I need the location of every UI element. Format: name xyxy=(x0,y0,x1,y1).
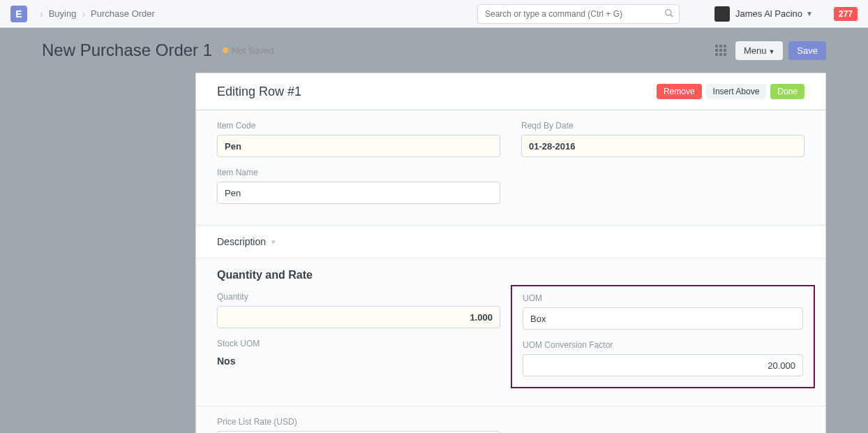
reqd-by-date-label: Reqd By Date xyxy=(521,121,805,131)
caret-down-icon: ▼ xyxy=(768,48,775,55)
search-input[interactable] xyxy=(477,4,680,24)
status-text: Not Saved xyxy=(232,45,274,56)
item-name-label: Item Name xyxy=(217,168,500,177)
grid-icon[interactable] xyxy=(715,45,726,56)
form-card: Editing Row #1 Remove Insert Above Done … xyxy=(195,73,826,433)
search-icon xyxy=(664,8,674,20)
notification-badge[interactable]: 277 xyxy=(834,7,858,21)
app-logo[interactable]: E xyxy=(10,6,27,22)
uom-conversion-input[interactable] xyxy=(523,354,803,376)
breadcrumb-buying[interactable]: Buying xyxy=(49,8,77,19)
uom-conversion-label: UOM Conversion Factor xyxy=(523,340,803,350)
item-code-input[interactable] xyxy=(217,135,500,157)
chevron-right-icon: › xyxy=(40,8,43,20)
main-content: Editing Row #1 Remove Insert Above Done … xyxy=(0,73,868,433)
stock-uom-value: Nos xyxy=(217,353,500,367)
page-head: New Purchase Order 1 Not Saved Menu▼ Sav… xyxy=(0,28,868,73)
uom-label: UOM xyxy=(523,293,803,303)
row-editor-title: Editing Row #1 xyxy=(217,85,301,99)
svg-line-1 xyxy=(671,14,673,17)
description-toggle[interactable]: Description ▾ xyxy=(196,226,825,258)
reqd-by-date-field: Reqd By Date xyxy=(521,121,805,157)
save-button[interactable]: Save xyxy=(788,41,826,60)
uom-highlight-box: UOM UOM Conversion Factor xyxy=(511,285,815,388)
status-dot-icon xyxy=(223,47,228,53)
caret-down-icon: ▼ xyxy=(806,10,813,17)
insert-above-button[interactable]: Insert Above xyxy=(706,84,767,99)
stock-uom-field: Stock UOM Nos xyxy=(217,339,500,367)
sidebar-column xyxy=(42,73,195,433)
price-list-rate-label: Price List Rate (USD) xyxy=(217,417,500,427)
navbar: E › Buying › Purchase Order James Al Pac… xyxy=(0,0,868,28)
uom-conversion-field: UOM Conversion Factor xyxy=(523,340,803,376)
quantity-label: Quantity xyxy=(217,292,500,302)
chevron-down-icon: ▾ xyxy=(271,237,276,247)
user-name: James Al Pacino xyxy=(735,8,802,19)
search-wrap xyxy=(477,4,680,24)
row-editor-header: Editing Row #1 Remove Insert Above Done xyxy=(196,73,825,110)
quantity-rate-heading: Quantity and Rate xyxy=(217,269,805,281)
uom-input[interactable] xyxy=(523,307,803,330)
save-status: Not Saved xyxy=(223,45,274,56)
price-list-rate-field: Price List Rate (USD) xyxy=(217,417,500,433)
reqd-by-date-input[interactable] xyxy=(521,135,805,157)
remove-button[interactable]: Remove xyxy=(657,84,702,99)
item-name-field: Item Name xyxy=(217,168,500,204)
user-menu[interactable]: James Al Pacino ▼ xyxy=(714,6,813,22)
stock-uom-label: Stock UOM xyxy=(217,339,500,348)
quantity-input[interactable] xyxy=(217,306,500,328)
quantity-rate-section: Quantity and Rate Quantity Stock UOM Nos xyxy=(196,258,825,406)
description-label: Description xyxy=(217,236,266,247)
svg-point-0 xyxy=(666,9,671,15)
price-section: Price List Rate (USD) xyxy=(196,406,825,433)
breadcrumb: › Buying › Purchase Order xyxy=(34,8,155,20)
avatar xyxy=(714,6,730,22)
uom-field: UOM xyxy=(523,293,803,330)
done-button[interactable]: Done xyxy=(770,84,805,99)
menu-label: Menu xyxy=(744,45,767,56)
quantity-field: Quantity xyxy=(217,292,500,328)
item-code-label: Item Code xyxy=(217,121,500,131)
item-section: Item Code Item Name Reqd By Date xyxy=(196,110,825,226)
breadcrumb-purchase-order[interactable]: Purchase Order xyxy=(91,8,155,19)
chevron-right-icon: › xyxy=(82,8,85,20)
item-name-input[interactable] xyxy=(217,182,500,204)
menu-button[interactable]: Menu▼ xyxy=(735,41,783,60)
item-code-field: Item Code xyxy=(217,121,500,157)
page-title: New Purchase Order 1 xyxy=(42,41,212,60)
